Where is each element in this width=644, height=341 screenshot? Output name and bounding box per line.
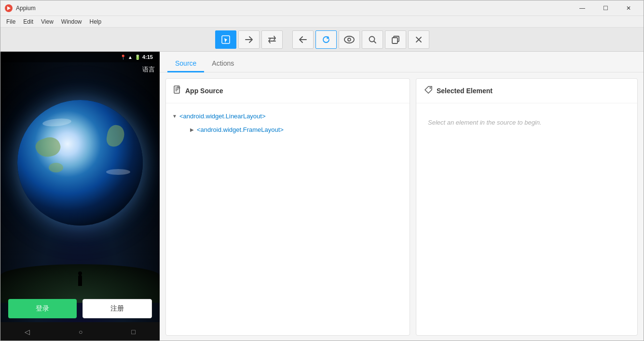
continent2 (105, 124, 125, 148)
continent1 (34, 134, 63, 161)
close-button[interactable]: ✕ (617, 0, 640, 16)
svg-point-3 (344, 36, 354, 43)
main-content: 📍 ▲ 🔋 4:15 语言 登录 注册 (0, 52, 644, 341)
app-source-title: App Source (185, 87, 223, 95)
status-bar: 📍 ▲ 🔋 4:15 (0, 52, 160, 62)
register-button[interactable]: 注册 (82, 299, 152, 318)
maximize-button[interactable]: ☐ (594, 0, 617, 16)
eye-button[interactable] (339, 30, 360, 49)
app-source-header: App Source (166, 79, 410, 103)
svg-rect-6 (392, 38, 397, 43)
refresh-button[interactable] (315, 30, 337, 49)
tree-root-node[interactable]: ▼ <android.widget.LinearLayout> (170, 109, 406, 123)
lang-text: 语言 (142, 65, 155, 74)
menu-help[interactable]: Help (86, 17, 106, 26)
tag-icon (424, 85, 433, 96)
status-time: 4:15 (142, 54, 153, 60)
earth-visual (17, 100, 143, 226)
back-button[interactable] (292, 30, 314, 49)
nav-bar: ◁ ○ □ (0, 322, 160, 341)
select-tool-button[interactable] (215, 30, 236, 49)
device-screen: 📍 ▲ 🔋 4:15 语言 登录 注册 (0, 52, 160, 341)
cloud2 (106, 169, 130, 175)
toolbar-close-button[interactable] (408, 30, 429, 49)
tree-toggle-child[interactable]: ▶ (187, 125, 197, 134)
tree-root-label: <android.widget.LinearLayout> (179, 113, 266, 120)
device-panel: 📍 ▲ 🔋 4:15 语言 登录 注册 (0, 52, 160, 341)
title-bar: Appium — ☐ ✕ (0, 0, 644, 16)
app-source-body: ▼ <android.widget.LinearLayout> ▶ <andro… (166, 103, 410, 335)
selected-element-panel: Selected Element Select an element in th… (416, 78, 638, 336)
menu-edit[interactable]: Edit (19, 17, 37, 26)
menu-file[interactable]: File (2, 17, 19, 26)
selected-element-header: Selected Element (416, 79, 637, 103)
login-button[interactable]: 登录 (8, 299, 77, 318)
continent3 (49, 163, 63, 172)
silhouette (78, 275, 82, 286)
tree-toggle-root[interactable]: ▼ (170, 111, 179, 121)
tab-source[interactable]: Source (167, 56, 204, 72)
minimize-button[interactable]: — (571, 0, 593, 16)
app-icon (4, 4, 13, 13)
swap-button[interactable] (261, 30, 283, 49)
recents-nav-button[interactable]: □ (131, 328, 135, 336)
forward-button[interactable] (238, 30, 260, 49)
panels-row: App Source ▼ <android.widget.LinearLayou… (160, 72, 644, 341)
document-icon (174, 85, 181, 96)
wifi-icon: ▲ (128, 55, 133, 60)
svg-point-4 (348, 38, 351, 41)
location-icon: 📍 (120, 55, 126, 60)
app-source-panel: App Source ▼ <android.widget.LinearLayou… (165, 78, 410, 336)
app-title: Appium (16, 5, 571, 12)
menu-window[interactable]: Window (57, 17, 86, 26)
copy-button[interactable] (385, 30, 406, 49)
search-button[interactable] (362, 30, 383, 49)
action-buttons: 登录 注册 (0, 299, 160, 318)
svg-point-8 (430, 87, 431, 89)
selected-element-title: Selected Element (437, 87, 493, 95)
back-nav-button[interactable]: ◁ (25, 328, 30, 336)
menu-view[interactable]: View (37, 17, 57, 26)
toolbar (0, 28, 644, 52)
battery-icon: 🔋 (135, 55, 140, 60)
home-nav-button[interactable]: ○ (79, 328, 82, 336)
cloud1 (42, 117, 71, 127)
tree-child-label: <android.widget.FrameLayout> (197, 126, 284, 133)
menu-bar: File Edit View Window Help (0, 16, 644, 28)
tabs: Source Actions (160, 52, 644, 72)
tree-child-node[interactable]: ▶ <android.widget.FrameLayout> (187, 123, 406, 136)
window-controls: — ☐ ✕ (571, 0, 640, 16)
tab-actions[interactable]: Actions (204, 56, 242, 72)
right-panel: Source Actions App Source (160, 52, 644, 341)
selected-element-body: Select an element in the source to begin… (416, 103, 637, 335)
selected-element-placeholder: Select an element in the source to begin… (420, 109, 633, 136)
